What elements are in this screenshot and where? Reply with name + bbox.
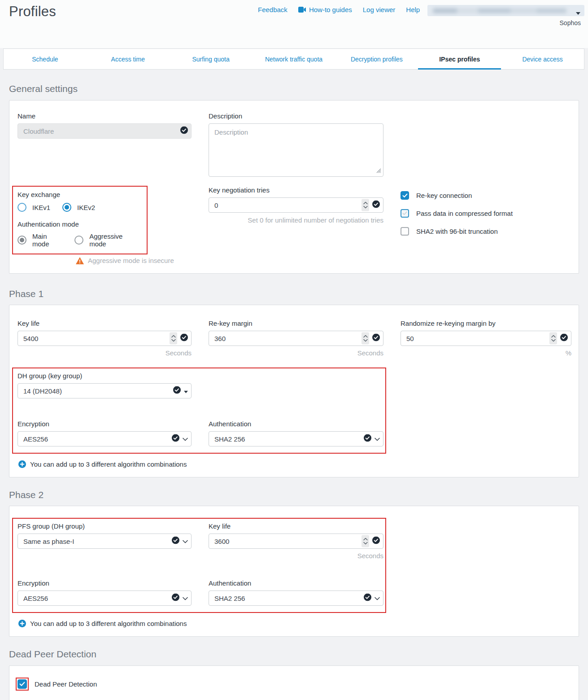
compressed-format-checkbox[interactable] — [401, 209, 409, 218]
radio-ikev1-label[interactable]: IKEv1 — [32, 204, 50, 211]
number-stepper[interactable] — [362, 199, 369, 211]
tab-network-traffic-quota[interactable]: Network traffic quota — [253, 49, 335, 69]
description-input[interactable] — [209, 123, 383, 177]
randomize-margin-input[interactable] — [401, 331, 571, 346]
tab-device-access[interactable]: Device access — [501, 49, 584, 69]
radio-main-mode[interactable] — [17, 236, 26, 245]
name-input[interactable] — [18, 124, 191, 138]
number-stepper[interactable] — [362, 535, 369, 547]
help-link[interactable]: Help — [406, 6, 420, 13]
phase2-add-note: You can add up to 3 different algorithm … — [30, 620, 187, 627]
valid-check-icon — [172, 537, 179, 546]
radio-ikev2-label[interactable]: IKEv2 — [77, 204, 95, 211]
spinner-up-icon — [171, 335, 176, 338]
tab-ipsec-profiles[interactable]: IPsec profiles — [418, 49, 501, 69]
phase2-encryption-label: Encryption — [17, 579, 192, 587]
tab-decryption-profiles[interactable]: Decryption profiles — [335, 49, 418, 69]
phase2-key-life-input[interactable] — [209, 534, 383, 548]
number-stepper[interactable] — [362, 332, 369, 345]
chevron-down-icon — [375, 594, 380, 602]
dpd-enable-label[interactable]: Dead Peer Detection — [35, 680, 97, 688]
randomize-margin-label: Randomize re-keying margin by — [401, 319, 571, 327]
authentication-mode-label: Authentication mode — [17, 220, 141, 228]
log-viewer-link[interactable]: Log viewer — [363, 6, 396, 13]
key-exchange-label: Key exchange — [17, 191, 141, 198]
rekey-margin-label: Re-key margin — [209, 319, 383, 327]
phase2-authentication-select[interactable]: SHA2 256 — [209, 591, 383, 606]
phase2-key-life-field — [209, 534, 383, 549]
phase1-encryption-select[interactable]: AES256 — [17, 431, 192, 446]
spinner-up-icon — [363, 335, 368, 338]
video-camera-icon — [298, 7, 306, 13]
rekey-margin-field — [209, 331, 383, 346]
aggressive-mode-warning: Aggressive mode is insecure — [88, 257, 174, 264]
valid-check-icon — [172, 594, 179, 603]
key-negotiation-tries-label: Key negotiation tries — [209, 186, 383, 194]
radio-main-mode-label[interactable]: Main mode — [32, 232, 65, 248]
radio-aggressive-mode[interactable] — [74, 236, 83, 245]
brand-label: Sophos — [560, 19, 581, 26]
phase2-card: PFS group (DH group) Same as phase-I Key… — [9, 506, 579, 637]
add-icon[interactable] — [18, 460, 26, 468]
phase1-authentication-label: Authentication — [209, 420, 383, 428]
key-negotiation-tries-help: Set 0 for unlimited number of negotiatio… — [209, 216, 383, 224]
chevron-down-icon — [183, 594, 188, 602]
feedback-link[interactable]: Feedback — [258, 6, 287, 13]
radio-ikev1[interactable] — [17, 203, 26, 212]
phase2-encryption-select[interactable]: AES256 — [17, 591, 192, 606]
phase2-key-life-label: Key life — [209, 522, 383, 530]
key-negotiation-tries-field — [209, 197, 383, 213]
key-negotiation-tries-input[interactable] — [209, 198, 383, 212]
user-account-dropdown[interactable] — [427, 5, 584, 16]
valid-check-icon — [372, 537, 380, 546]
tab-surfing-quota[interactable]: Surfing quota — [170, 49, 253, 69]
chevron-down-icon — [183, 435, 188, 443]
compressed-format-label[interactable]: Pass data in compressed format — [416, 210, 513, 217]
phase1-authentication-select[interactable]: SHA2 256 — [209, 431, 383, 446]
sha2-truncation-checkbox[interactable] — [401, 227, 409, 236]
spinner-down-icon — [171, 339, 176, 342]
radio-ikev2[interactable] — [62, 203, 71, 212]
dh-group-select[interactable]: 14 (DH2048) — [17, 383, 192, 398]
redacted-account-name — [433, 9, 566, 13]
chevron-down-icon — [183, 537, 188, 545]
valid-check-icon — [180, 334, 188, 343]
phase2-key-life-unit: Seconds — [209, 552, 383, 560]
pfs-group-select[interactable]: Same as phase-I — [17, 534, 192, 549]
phase2-heading: Phase 2 — [9, 490, 579, 500]
general-settings-card: Name Description K — [9, 100, 579, 274]
phase1-add-note: You can add up to 3 different algorithm … — [30, 460, 187, 468]
tab-access-time[interactable]: Access time — [87, 49, 170, 69]
rekey-connection-label[interactable]: Re-key connection — [416, 192, 472, 199]
dpd-enable-checkbox[interactable] — [17, 679, 27, 689]
phase2-authentication-label: Authentication — [209, 579, 383, 587]
phase1-encryption-label: Encryption — [17, 420, 192, 428]
valid-check-icon — [372, 201, 380, 210]
howto-guides-link[interactable]: How-to guides — [298, 6, 352, 13]
dpd-checkbox-annotation-box — [16, 678, 29, 691]
spinner-up-icon — [551, 335, 556, 338]
phase1-key-life-label: Key life — [17, 319, 192, 327]
phase1-algorithms-annotation-box: DH group (key group) 14 (DH2048) Encrypt… — [12, 368, 386, 454]
rekey-margin-input[interactable] — [209, 331, 383, 346]
number-stepper[interactable] — [170, 332, 177, 345]
phase2-algorithms-annotation-box: PFS group (DH group) Same as phase-I Key… — [12, 518, 386, 613]
rekey-connection-checkbox[interactable] — [401, 191, 409, 200]
spinner-up-icon — [363, 202, 368, 205]
dpd-heading: Dead Peer Detection — [9, 649, 579, 660]
sha2-truncation-label[interactable]: SHA2 with 96-bit truncation — [416, 228, 498, 235]
number-stepper[interactable] — [549, 332, 557, 345]
add-icon[interactable] — [18, 620, 26, 627]
page-title: Profiles — [9, 4, 56, 20]
valid-check-icon — [173, 386, 181, 396]
key-exchange-annotation-box: Key exchange IKEv1 IKEv2 Authentication … — [12, 186, 148, 254]
tab-schedule[interactable]: Schedule — [4, 49, 87, 69]
valid-check-icon — [560, 334, 568, 343]
dropdown-caret-icon — [184, 387, 188, 395]
radio-aggressive-mode-label[interactable]: Aggressive mode — [89, 232, 141, 248]
name-label: Name — [17, 112, 192, 120]
phase1-key-life-input[interactable] — [18, 331, 191, 346]
valid-check-icon — [364, 594, 371, 603]
spinner-down-icon — [363, 339, 368, 342]
phase1-key-life-field — [17, 331, 192, 346]
